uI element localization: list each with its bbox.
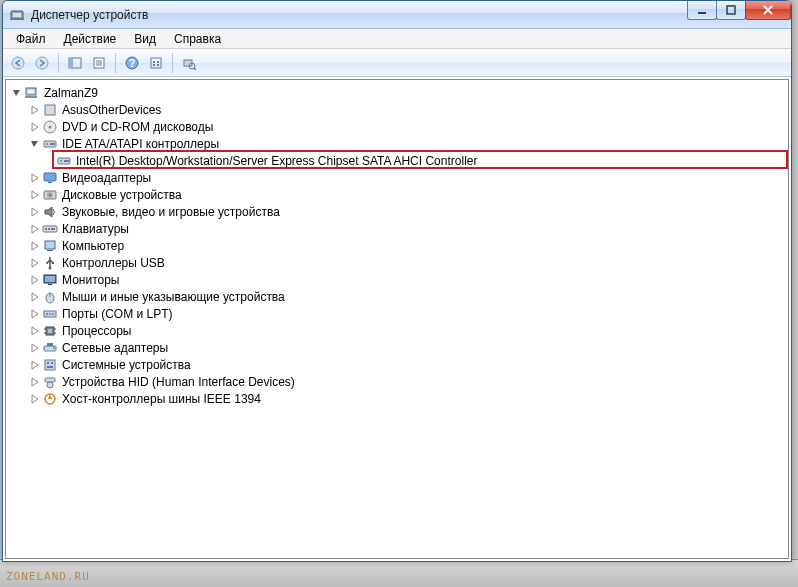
svg-point-56: [49, 313, 51, 315]
svg-rect-3: [698, 12, 706, 14]
svg-point-46: [49, 266, 52, 269]
menu-view[interactable]: Вид: [125, 30, 165, 48]
svg-rect-4: [727, 6, 735, 14]
tree-category-label: Компьютер: [62, 239, 124, 253]
tree-category[interactable]: Мыши и иные указывающие устройства: [28, 288, 786, 305]
scan-hardware-button[interactable]: [178, 52, 200, 74]
tree-category[interactable]: IDE ATA/ATAPI контроллеры: [28, 135, 786, 152]
svg-rect-31: [50, 143, 55, 145]
storage-icon: [42, 136, 58, 152]
svg-rect-24: [28, 90, 34, 93]
menu-help[interactable]: Справка: [165, 30, 230, 48]
svg-rect-44: [45, 241, 55, 249]
svg-rect-70: [47, 366, 53, 368]
svg-rect-35: [44, 173, 56, 181]
maximize-button[interactable]: [716, 0, 746, 20]
tree-category-label: AsusOtherDevices: [62, 103, 161, 117]
expand-arrow-icon[interactable]: [28, 188, 42, 202]
show-hide-tree-button[interactable]: [64, 52, 86, 74]
port-icon: [42, 306, 58, 322]
properties-button[interactable]: [88, 52, 110, 74]
expand-arrow-icon[interactable]: [28, 103, 42, 117]
expand-arrow-icon[interactable]: [28, 290, 42, 304]
app-icon: [9, 7, 25, 23]
expand-arrow-icon[interactable]: [28, 358, 42, 372]
toolbar-separator: [172, 53, 173, 73]
expand-arrow-icon[interactable]: [28, 273, 42, 287]
title-bar[interactable]: Диспетчер устройств: [3, 1, 791, 29]
tree-device[interactable]: Intel(R) Desktop/Workstation/Server Expr…: [56, 152, 786, 169]
tree-category[interactable]: Хост-контроллеры шины IEEE 1394: [28, 390, 786, 407]
tree-category[interactable]: Контроллеры USB: [28, 254, 786, 271]
refresh-button[interactable]: [145, 52, 167, 74]
svg-rect-67: [45, 360, 55, 370]
tree-category[interactable]: Дисковые устройства: [28, 186, 786, 203]
forward-button[interactable]: [31, 52, 53, 74]
svg-point-47: [46, 262, 48, 264]
svg-rect-2: [10, 18, 24, 20]
firewire-icon: [42, 391, 58, 407]
svg-point-30: [46, 143, 48, 145]
desktop-taskbar: [0, 559, 798, 587]
svg-rect-15: [151, 58, 161, 68]
svg-rect-25: [25, 96, 37, 98]
tree-category[interactable]: Компьютер: [28, 237, 786, 254]
help-button[interactable]: ?: [121, 52, 143, 74]
expand-arrow-icon[interactable]: [28, 307, 42, 321]
tree-root[interactable]: ZalmanZ9: [10, 84, 786, 101]
expand-arrow-icon[interactable]: [28, 341, 42, 355]
expand-arrow-icon[interactable]: [28, 120, 42, 134]
tree-category[interactable]: Системные устройства: [28, 356, 786, 373]
window-title: Диспетчер устройств: [31, 8, 148, 22]
svg-rect-51: [48, 284, 52, 285]
menu-bar: Файл Действие Вид Справка: [3, 29, 791, 49]
svg-rect-45: [47, 250, 53, 251]
collapse-arrow-icon[interactable]: [28, 137, 42, 151]
tree-category[interactable]: DVD и CD-ROM дисководы: [28, 118, 786, 135]
hid-icon: [42, 374, 58, 390]
expand-arrow-icon[interactable]: [28, 205, 42, 219]
svg-rect-41: [45, 228, 47, 230]
tree-category[interactable]: Звуковые, видео и игровые устройства: [28, 203, 786, 220]
tree-category[interactable]: Сетевые адаптеры: [28, 339, 786, 356]
expand-arrow-icon[interactable]: [28, 239, 42, 253]
tree-category[interactable]: Процессоры: [28, 322, 786, 339]
expand-arrow-icon[interactable]: [28, 222, 42, 236]
optical-icon: [42, 119, 58, 135]
close-button[interactable]: [745, 0, 791, 20]
tree-category-label: Порты (COM и LPT): [62, 307, 173, 321]
menu-file[interactable]: Файл: [7, 30, 55, 48]
back-button[interactable]: [7, 52, 29, 74]
tree-category-label: Процессоры: [62, 324, 132, 338]
tree-category[interactable]: AsusOtherDevices: [28, 101, 786, 118]
tree-device-label: Intel(R) Desktop/Workstation/Server Expr…: [76, 154, 477, 168]
expand-arrow-icon[interactable]: [28, 256, 42, 270]
expand-arrow-icon[interactable]: [28, 324, 42, 338]
svg-text:?: ?: [129, 58, 135, 69]
svg-rect-42: [48, 228, 50, 230]
expand-arrow-icon[interactable]: [28, 375, 42, 389]
tree-category[interactable]: Мониторы: [28, 271, 786, 288]
svg-rect-69: [51, 362, 53, 364]
svg-rect-1: [13, 13, 21, 17]
network-icon: [42, 340, 58, 356]
expand-arrow-icon[interactable]: [28, 171, 42, 185]
menu-action[interactable]: Действие: [55, 30, 126, 48]
tree-category-label: Звуковые, видео и игровые устройства: [62, 205, 280, 219]
expand-arrow-icon[interactable]: [28, 392, 42, 406]
watermark: ZONELAND.RU: [6, 570, 90, 583]
keyboard-icon: [42, 221, 58, 237]
usb-icon: [42, 255, 58, 271]
tree-category-label: IDE ATA/ATAPI контроллеры: [62, 137, 219, 151]
svg-rect-19: [157, 64, 159, 66]
svg-point-39: [49, 194, 51, 196]
expand-arrow-icon[interactable]: [10, 86, 24, 100]
toolbar-separator: [115, 53, 116, 73]
tree-category[interactable]: Клавиатуры: [28, 220, 786, 237]
tree-category-label: Клавиатуры: [62, 222, 129, 236]
tree-category[interactable]: Порты (COM и LPT): [28, 305, 786, 322]
device-tree[interactable]: ZalmanZ9 AsusOtherDevices DVD и CD-ROM д…: [5, 79, 789, 559]
tree-category[interactable]: Видеоадаптеры: [28, 169, 786, 186]
minimize-button[interactable]: [687, 0, 717, 20]
tree-category[interactable]: Устройства HID (Human Interface Devices): [28, 373, 786, 390]
